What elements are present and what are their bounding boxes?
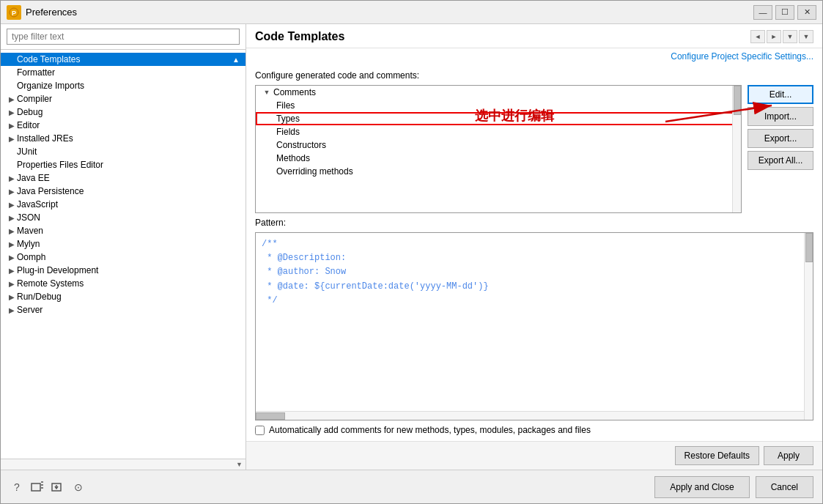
tree-item-types[interactable]: Types: [256, 112, 741, 125]
expander-java-ee-icon: ▶: [7, 173, 17, 183]
sidebar-item-server[interactable]: ▶ Server: [1, 303, 246, 316]
sidebar-item-debug[interactable]: ▶ Debug: [1, 105, 246, 119]
nav-arrows: ◄ ► ▼ ▼: [750, 30, 813, 43]
footer-right: Apply and Close Cancel: [654, 476, 813, 498]
search-input[interactable]: [7, 29, 240, 45]
expander-rundebug-icon: ▶: [7, 292, 17, 302]
tree-item-constructors[interactable]: Constructors: [256, 138, 741, 152]
side-panel: Edit... Import... Export... Export All..…: [748, 85, 813, 213]
expander-javascript-icon: ▶: [7, 199, 17, 210]
sidebar-item-compiler[interactable]: ▶ Compiler: [1, 92, 246, 105]
pattern-scrollbar-thumb[interactable]: [805, 233, 813, 262]
panel-header: Code Templates ◄ ► ▼ ▼: [246, 24, 822, 48]
nav-menu-button[interactable]: ▼: [799, 30, 813, 43]
code-templates-tree: ▼ Comments Files Types Fields: [255, 85, 742, 213]
tree-item-methods[interactable]: Methods: [256, 152, 741, 165]
sidebar-item-plugin-development[interactable]: ▶ Plug-in Development: [1, 264, 246, 277]
tree-item-comments[interactable]: ▼ Comments: [256, 86, 741, 99]
sidebar-item-mylyn[interactable]: ▶ Mylyn: [1, 237, 246, 251]
preferences-window: P Preferences — ☐ ✕ Code Templates ▲: [0, 0, 823, 504]
import-prefs-icon[interactable]: [51, 480, 65, 494]
apply-close-button[interactable]: Apply and Close: [654, 476, 749, 498]
nav-forward-button[interactable]: ►: [767, 30, 781, 43]
sidebar-item-java-ee[interactable]: ▶ Java EE: [1, 171, 246, 185]
expander-plugin-icon: ▶: [7, 265, 17, 275]
checkbox-label: Automatically add comments for new metho…: [269, 425, 591, 435]
configure-project-link[interactable]: Configure Project Specific Settings...: [671, 51, 813, 62]
tree-scrollbar[interactable]: [732, 86, 741, 212]
expander-maven-icon: ▶: [7, 226, 17, 236]
app-icon: P: [7, 5, 21, 20]
sidebar: Code Templates ▲ Formatter Organize Impo…: [1, 24, 246, 470]
tree-item-files[interactable]: Files: [256, 99, 741, 112]
sidebar-item-json[interactable]: ▶ JSON: [1, 211, 246, 224]
auto-add-checkbox[interactable]: [255, 426, 265, 435]
settings-icon[interactable]: ⊙: [71, 480, 86, 494]
sidebar-item-remote-systems[interactable]: ▶ Remote Systems: [1, 277, 246, 290]
scroll-down-icon: ▼: [236, 461, 243, 468]
expander-debug-icon: ▶: [7, 107, 17, 117]
expander-server-icon: ▶: [7, 305, 17, 315]
sidebar-item-properties-files-editor[interactable]: Properties Files Editor: [1, 158, 246, 171]
help-icon[interactable]: ?: [10, 480, 24, 494]
svg-text:P: P: [12, 10, 16, 17]
nav-dropdown-button[interactable]: ▼: [783, 30, 797, 43]
panel-title: Code Templates: [255, 30, 344, 43]
import-button[interactable]: Import...: [748, 107, 813, 126]
sidebar-item-code-templates[interactable]: Code Templates ▲: [1, 53, 246, 66]
tree-buttons-row: ▼ Comments Files Types Fields: [255, 85, 813, 213]
window-controls: — ☐ ✕: [753, 5, 816, 20]
titlebar: P Preferences — ☐ ✕: [1, 1, 822, 24]
sidebar-item-junit[interactable]: JUnit: [1, 145, 246, 158]
export-prefs-icon[interactable]: [30, 480, 45, 494]
panel-body: Configure generated code and comments: ▼…: [246, 64, 822, 441]
expander-jres-icon: ▶: [7, 133, 17, 144]
pattern-scrollbar-h[interactable]: [256, 411, 804, 420]
sidebar-item-formatter[interactable]: Formatter: [1, 66, 246, 79]
nav-back-button[interactable]: ◄: [750, 30, 765, 43]
window-title: Preferences: [26, 7, 753, 18]
edit-button[interactable]: Edit...: [748, 85, 813, 104]
sidebar-item-maven[interactable]: ▶ Maven: [1, 224, 246, 237]
pattern-scrollbar-h-thumb[interactable]: [256, 412, 285, 420]
minimize-button[interactable]: —: [753, 5, 772, 20]
pattern-scrollbar-v[interactable]: [804, 233, 813, 420]
close-button[interactable]: ✕: [797, 5, 816, 20]
expander-java-persistence-icon: ▶: [7, 186, 17, 196]
export-all-button[interactable]: Export All...: [748, 151, 813, 170]
footer: ? ⊙ Apply and Close Cancel: [1, 470, 822, 503]
tree-item-fields[interactable]: Fields: [256, 125, 741, 138]
sidebar-tree: Code Templates ▲ Formatter Organize Impo…: [1, 50, 246, 459]
sidebar-item-editor[interactable]: ▶ Editor: [1, 119, 246, 132]
section-label: Configure generated code and comments:: [255, 70, 813, 81]
cancel-button[interactable]: Cancel: [756, 476, 813, 498]
sidebar-item-oomph[interactable]: ▶ Oomph: [1, 251, 246, 264]
pattern-label: Pattern:: [255, 218, 813, 228]
expander-icon: [7, 54, 17, 64]
sidebar-scroll-down[interactable]: ▼: [1, 459, 246, 470]
apply-small-button[interactable]: Apply: [764, 446, 813, 465]
expander-comments-icon: ▼: [262, 87, 272, 97]
sidebar-item-javascript[interactable]: ▶ JavaScript: [1, 198, 246, 211]
pattern-content: /** * @Description: * @author: Snow * @d…: [256, 233, 813, 312]
tree-item-overriding-methods[interactable]: Overriding methods: [256, 165, 741, 178]
sidebar-item-organize-imports[interactable]: Organize Imports: [1, 79, 246, 92]
export-button[interactable]: Export...: [748, 129, 813, 148]
expander-remote-icon: ▶: [7, 278, 17, 289]
pattern-box: /** * @Description: * @author: Snow * @d…: [255, 232, 813, 420]
restore-defaults-button[interactable]: Restore Defaults: [675, 446, 759, 465]
expander-oomph-icon: ▶: [7, 252, 17, 262]
restore-apply-row: Restore Defaults Apply: [246, 441, 822, 470]
sidebar-item-installed-jres[interactable]: ▶ Installed JREs: [1, 132, 246, 145]
svg-rect-4: [32, 483, 40, 491]
tree-scrollbar-thumb[interactable]: [734, 86, 741, 115]
search-box: [1, 24, 246, 50]
sidebar-item-run-debug[interactable]: ▶ Run/Debug: [1, 290, 246, 303]
expander-mylyn-icon: ▶: [7, 239, 17, 249]
expander-json-icon: ▶: [7, 212, 17, 223]
main-content: Code Templates ▲ Formatter Organize Impo…: [1, 24, 822, 470]
sidebar-item-java-persistence[interactable]: ▶ Java Persistence: [1, 185, 246, 198]
checkbox-row: Automatically add comments for new metho…: [255, 425, 813, 435]
restore-button[interactable]: ☐: [775, 5, 794, 20]
configure-link-row: Configure Project Specific Settings...: [246, 48, 822, 64]
